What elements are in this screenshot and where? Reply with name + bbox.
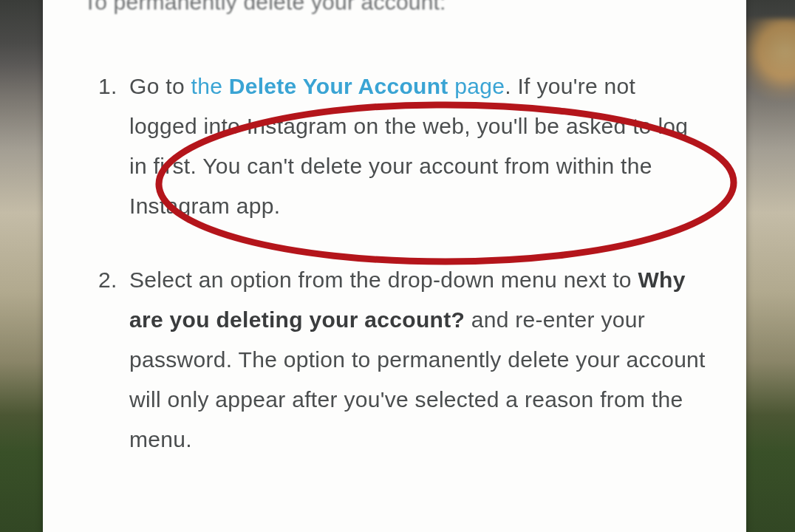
delete-account-link[interactable]: Delete Your Account: [229, 74, 448, 98]
step-2: Select an option from the drop-down menu…: [129, 260, 706, 460]
steps-list: Go to the Delete Your Account page. If y…: [83, 66, 706, 460]
background: To permanently delete your account: Go t…: [0, 0, 795, 532]
delete-account-link-page[interactable]: page: [448, 74, 505, 98]
intro-text: To permanently delete your account:: [83, 0, 706, 15]
delete-account-link-the[interactable]: the: [191, 74, 229, 98]
step-1: Go to the Delete Your Account page. If y…: [129, 66, 706, 226]
step1-prefix: Go to: [129, 74, 191, 98]
step2-prefix: Select an option from the drop-down menu…: [129, 267, 638, 292]
help-card: To permanently delete your account: Go t…: [43, 0, 746, 532]
